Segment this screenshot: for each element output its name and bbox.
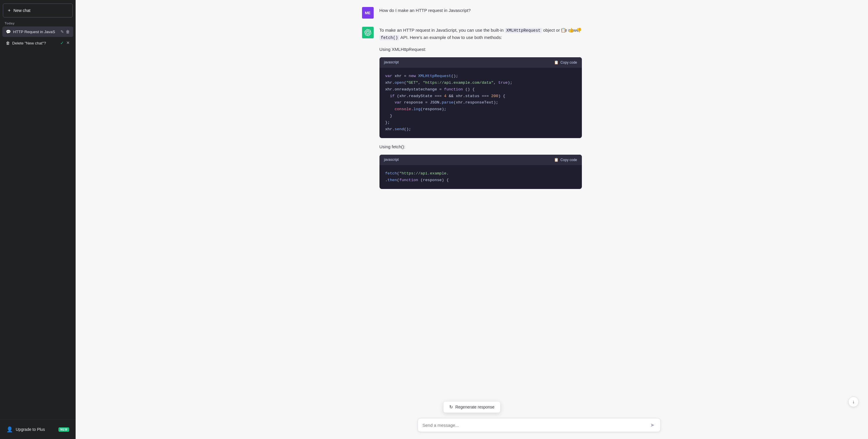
today-section-label: Today xyxy=(0,20,75,26)
user-message-row: ME How do I make an HTTP request in Java… xyxy=(353,7,591,19)
confirm-delete-icon[interactable]: ✓ xyxy=(60,40,64,45)
gpt-logo-icon xyxy=(364,29,371,36)
copy-icon: 📋 xyxy=(554,60,559,65)
xhr-code-pre: var xhr = new XMLHttpRequest(); xhr.open… xyxy=(379,68,582,138)
new-badge: NEW xyxy=(58,427,69,432)
delete-chat-icon[interactable]: 🗑 xyxy=(66,29,70,34)
fetch-code-header: javascript 📋 Copy code xyxy=(379,155,582,165)
arrow-down-icon: ↓ xyxy=(852,399,855,404)
sidebar-bottom: 👤 Upgrade to Plus NEW xyxy=(0,419,75,439)
user-message-content: How do I make an HTTP request in Javascr… xyxy=(379,7,582,14)
fetch-code-block: javascript 📋 Copy code fetch("https://ap… xyxy=(379,155,582,189)
xhr-code-inline: XMLHttpRequest xyxy=(505,28,542,33)
fetch-section-label: Using fetch(): xyxy=(379,143,582,151)
regenerate-popup[interactable]: ↻ Regenerate response xyxy=(443,401,501,413)
delete-confirm-label: Delete "New chat"? xyxy=(12,41,46,45)
xhr-section-label: Using XMLHttpRequest: xyxy=(379,46,582,53)
xhr-lang-label: javascript xyxy=(384,60,399,65)
fetch-lang-label: javascript xyxy=(384,157,399,163)
plus-icon: + xyxy=(8,8,10,13)
fetch-code-pre: fetch("https://api.example. .then(functi… xyxy=(379,165,582,189)
chat-icon: 💬 xyxy=(6,29,11,34)
main-panel: ME How do I make an HTTP request in Java… xyxy=(75,0,868,439)
gpt-message-content: 📋 👍 👎 To make an HTTP request in JavaScr… xyxy=(379,27,582,194)
gpt-message-row: 📋 👍 👎 To make an HTTP request in JavaScr… xyxy=(353,27,591,194)
upgrade-button[interactable]: 👤 Upgrade to Plus NEW xyxy=(3,423,73,436)
regenerate-icon: ↻ xyxy=(449,404,453,410)
response-intro: To make an HTTP request in JavaScript, y… xyxy=(379,27,582,41)
gpt-avatar xyxy=(362,27,374,38)
user-icon: 👤 xyxy=(6,426,13,433)
message-input[interactable] xyxy=(423,423,649,428)
user-avatar: ME xyxy=(362,7,374,19)
xhr-code-block: javascript 📋 Copy code var xhr = new XML… xyxy=(379,57,582,138)
input-area: ➤ xyxy=(408,413,670,439)
thumbdown-icon[interactable]: 👎 xyxy=(576,27,582,34)
send-icon: ➤ xyxy=(650,422,655,428)
new-chat-button[interactable]: + New chat xyxy=(3,3,73,18)
delete-confirm-item: 🗑 Delete "New chat"? ✓ ✕ xyxy=(2,37,73,49)
copy-icon-2: 📋 xyxy=(554,158,559,162)
copy-fetch-code-button[interactable]: 📋 Copy code xyxy=(554,158,577,162)
chat-item-http[interactable]: 💬 HTTP Request in JavaS ✎ 🗑 xyxy=(2,27,73,37)
user-question-text: How do I make an HTTP request in Javascr… xyxy=(379,8,471,13)
fetch-code-inline: fetch() xyxy=(379,35,400,40)
sidebar: + New chat Today 💬 HTTP Request in JavaS… xyxy=(0,0,75,439)
response-actions: 📋 👍 👎 xyxy=(561,27,582,34)
scroll-to-bottom-button[interactable]: ↓ xyxy=(848,397,859,407)
input-box: ➤ xyxy=(417,418,661,432)
chat-area: ME How do I make an HTTP request in Java… xyxy=(75,0,868,439)
thumbup-icon[interactable]: 👍 xyxy=(568,27,574,34)
regenerate-label: Regenerate response xyxy=(455,405,495,409)
copy-xhr-code-button[interactable]: 📋 Copy code xyxy=(554,60,577,65)
xhr-code-header: javascript 📋 Copy code xyxy=(379,57,582,68)
copy-response-icon[interactable]: 📋 xyxy=(561,27,566,34)
chat-item-label: HTTP Request in JavaS xyxy=(13,30,55,34)
edit-chat-icon[interactable]: ✎ xyxy=(61,29,64,34)
new-chat-label: New chat xyxy=(13,8,30,13)
upgrade-label: Upgrade to Plus xyxy=(16,427,45,432)
trash-icon-confirm: 🗑 xyxy=(6,41,10,45)
cancel-delete-icon[interactable]: ✕ xyxy=(66,40,70,45)
send-button[interactable]: ➤ xyxy=(649,422,656,428)
